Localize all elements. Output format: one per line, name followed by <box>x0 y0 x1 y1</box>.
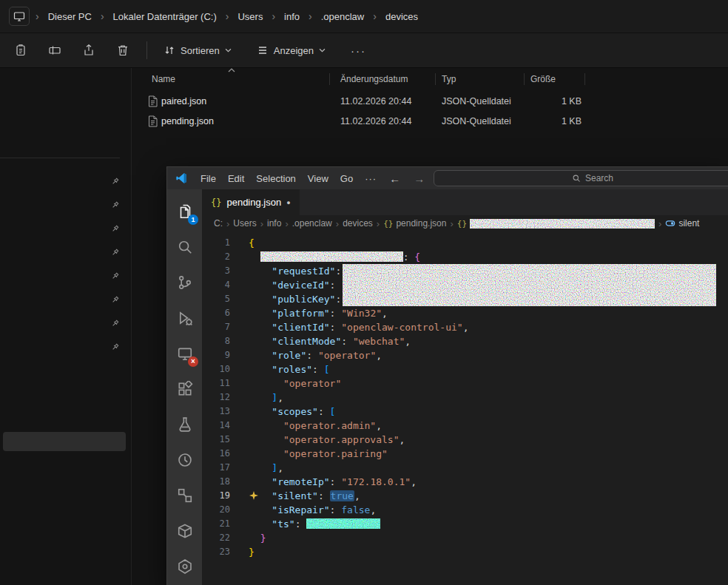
run-and-debug-icon[interactable] <box>167 300 202 336</box>
ai-sparkle-icon[interactable] <box>249 491 258 500</box>
redacted-noise <box>260 251 403 262</box>
code-text[interactable]: "silent": true, <box>249 489 360 503</box>
command-search-box[interactable]: Search <box>434 170 728 186</box>
column-divider[interactable] <box>329 73 330 85</box>
column-divider[interactable] <box>584 73 585 85</box>
rename-icon[interactable] <box>41 38 68 63</box>
code-text[interactable]: "requestId": <box>249 264 347 278</box>
breadcrumb-item[interactable]: Users <box>235 9 266 24</box>
breadcrumb-item[interactable]: Users <box>233 218 256 229</box>
column-divider[interactable] <box>524 73 525 85</box>
back-arrow-icon[interactable]: ← <box>382 172 407 185</box>
code-text[interactable]: "operator.admin", <box>249 419 382 433</box>
code-text[interactable]: "scopes": [ <box>249 405 335 419</box>
menu-edit[interactable]: Edit <box>222 173 250 184</box>
kubernetes-icon[interactable] <box>167 549 202 584</box>
pinned-item[interactable] <box>0 169 132 193</box>
line-number: 10 <box>202 362 230 376</box>
menu-selection[interactable]: Selection <box>250 173 301 184</box>
pinned-item[interactable] <box>0 311 132 335</box>
delete-icon[interactable] <box>109 38 136 63</box>
pinned-item[interactable] <box>0 288 132 311</box>
testing-icon[interactable] <box>167 407 202 442</box>
column-divider[interactable] <box>435 73 436 85</box>
code-line: 14 "operator.admin", <box>202 419 728 433</box>
column-header-type[interactable]: Typ <box>442 74 456 84</box>
modified-dot-icon[interactable]: ● <box>286 199 290 206</box>
this-pc-icon[interactable] <box>9 7 30 26</box>
file-modified: 11.02.2026 20:44 <box>340 96 411 106</box>
code-text[interactable]: { <box>249 236 255 250</box>
file-row[interactable]: pending.json11.02.2026 20:44JSON-Quellda… <box>132 112 728 132</box>
code-text[interactable]: : { <box>249 250 420 264</box>
json-braces-icon: {} <box>457 219 467 229</box>
code-text[interactable]: "clientId": "openclaw-control-ui", <box>249 320 468 334</box>
sort-button[interactable]: Sortieren <box>156 38 239 63</box>
code-text[interactable]: "remoteIp": "172.18.0.1", <box>249 475 417 489</box>
code-text[interactable]: "publicKey": <box>249 292 347 306</box>
timeline-icon[interactable] <box>167 442 202 478</box>
pinned-item[interactable] <box>0 335 132 359</box>
file-row[interactable]: paired.json11.02.2026 20:44JSON-Quelldat… <box>132 92 728 112</box>
containers-icon[interactable] <box>167 513 202 549</box>
menu-go[interactable]: Go <box>334 173 359 184</box>
breadcrumb-file[interactable]: {}pending.json <box>383 218 446 229</box>
remote-icon[interactable]: × <box>167 336 202 371</box>
code-text[interactable]: ], <box>249 461 283 475</box>
pinned-item[interactable] <box>0 264 132 288</box>
breadcrumb-item[interactable]: .openclaw <box>292 218 332 229</box>
code-line: 20 "isRepair": false, <box>202 503 728 517</box>
extensions-icon[interactable] <box>167 371 202 407</box>
forward-arrow-icon[interactable]: → <box>407 172 431 185</box>
search-icon[interactable] <box>167 229 202 265</box>
view-button[interactable]: Anzeigen <box>249 38 333 63</box>
tab-pending-json[interactable]: {} pending.json ● <box>202 189 300 215</box>
column-header-name[interactable]: Name <box>152 74 175 84</box>
vscode-window: FileEditSelectionViewGo ··· ← → Search 1… <box>166 166 728 585</box>
explorer-icon[interactable]: 1 <box>167 194 202 229</box>
pinned-item[interactable] <box>0 217 132 240</box>
code-text[interactable]: } <box>249 531 266 545</box>
code-text[interactable]: "role": "operator", <box>249 348 382 362</box>
breadcrumb-item[interactable]: C: <box>214 218 223 229</box>
json-braces-icon: {} <box>383 219 393 229</box>
code-text[interactable]: "isRepair": false, <box>249 503 376 517</box>
code-text[interactable]: "operator.pairing" <box>249 447 388 461</box>
code-text[interactable]: "deviceId": <box>249 278 341 292</box>
code-editor[interactable]: 1{2 : {3 "requestId": 4 "deviceId": 5 "p… <box>202 231 728 585</box>
pinned-item[interactable] <box>0 193 132 217</box>
pinned-items-list <box>0 169 132 359</box>
menu-file[interactable]: File <box>195 173 222 184</box>
code-text[interactable]: ], <box>249 390 283 405</box>
breadcrumb-item[interactable]: devices <box>382 9 421 24</box>
code-text[interactable]: "operator" <box>249 376 341 390</box>
breadcrumb-item[interactable]: info <box>281 9 303 24</box>
menu-view[interactable]: View <box>302 173 334 184</box>
source-control-icon[interactable] <box>167 265 202 300</box>
pin-icon <box>110 271 120 281</box>
vscode-title-bar: FileEditSelectionViewGo ··· ← → Search <box>167 167 728 189</box>
breadcrumb-item[interactable]: Dieser PC <box>45 9 95 24</box>
breadcrumb-chevron-icon: › <box>658 218 661 229</box>
pinned-item[interactable] <box>0 240 132 264</box>
breadcrumb-symbol[interactable]: silent <box>665 218 699 229</box>
breadcrumb-item[interactable]: Lokaler Datenträger (C:) <box>110 9 220 24</box>
share-icon[interactable] <box>75 38 102 63</box>
column-header-modified[interactable]: Änderungsdatum <box>340 74 408 84</box>
file-name: paired.json <box>161 96 206 106</box>
breadcrumb-item[interactable]: devices <box>343 218 373 229</box>
code-text[interactable]: "roles": [ <box>249 362 330 376</box>
breadcrumb-item[interactable]: .openclaw <box>318 9 368 24</box>
code-text[interactable]: "operator.approvals", <box>249 433 405 447</box>
references-icon[interactable] <box>167 478 202 513</box>
breadcrumb-item[interactable]: info <box>267 218 281 229</box>
code-text[interactable]: "clientMode": "webchat", <box>249 334 411 348</box>
menu-more-button[interactable]: ··· <box>359 173 382 184</box>
sidebar-selected-item[interactable] <box>3 432 126 451</box>
paste-icon[interactable] <box>7 38 34 63</box>
column-header-size[interactable]: Größe <box>530 74 556 84</box>
code-text[interactable]: "ts": <box>249 517 380 531</box>
code-text[interactable]: } <box>249 545 255 559</box>
toolbar-more-button[interactable]: ··· <box>343 44 374 57</box>
breadcrumb-redacted-node[interactable]: {} <box>457 219 655 229</box>
